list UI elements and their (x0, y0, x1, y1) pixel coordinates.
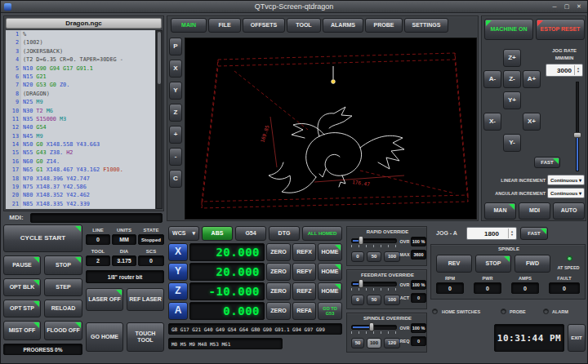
minimize-icon[interactable]: ─ (549, 2, 560, 11)
spindle-preset-100[interactable]: 100 (367, 338, 381, 348)
rapid-preset-0[interactable]: 0 (351, 251, 364, 262)
spindle-fwd-button[interactable]: FWD (514, 255, 550, 273)
tool-marker (332, 66, 336, 83)
tab-offsets[interactable]: OFFSETS (243, 18, 285, 33)
spindle-stop-button[interactable]: STOP (475, 255, 511, 273)
jog-x-minus-button[interactable]: X- (483, 113, 501, 131)
mist-button[interactable]: MIST OFF (3, 321, 41, 340)
ref-z-button[interactable]: REFZ (292, 282, 316, 300)
home-x-button[interactable]: HOME (318, 243, 342, 261)
home-y-button[interactable]: HOME (318, 263, 342, 281)
zero-a-button[interactable]: ZERO (266, 302, 291, 320)
angular-increment-select[interactable]: Continuous ▾ (547, 188, 585, 198)
jog-fast-button[interactable]: FAST (534, 157, 560, 168)
mode-mdi-button[interactable]: MDI (519, 202, 550, 220)
stop-button[interactable]: STOP (44, 255, 82, 275)
jog-rate-slider-handle[interactable] (573, 132, 581, 138)
zero-z-button[interactable]: ZERO (266, 282, 291, 300)
go-to-g53-button[interactable]: GO TO G53 (318, 302, 342, 320)
gcode-scrollbar-thumb[interactable] (158, 32, 161, 84)
close-icon[interactable]: ✕ (573, 2, 585, 11)
mode-auto-button[interactable]: AUTO (553, 202, 585, 220)
feedrate-preset-100[interactable]: 100 (384, 295, 400, 305)
rapid-override-group: RAPID OVERRIDE 0 50 100 OVR 100 % MAX 36… (346, 226, 427, 266)
tab-probe[interactable]: PROBE (365, 18, 403, 33)
touch-tool-button[interactable]: TOUCH TOOL (127, 322, 164, 352)
spindle-preset-50[interactable]: 50 (351, 338, 364, 348)
preview-canvas[interactable]: 169.85 176.47 (185, 38, 477, 220)
ref-laser-button[interactable]: REF LASER (127, 288, 164, 311)
axis-x-button[interactable]: X (168, 243, 188, 261)
tab-main[interactable]: MAIN (171, 18, 207, 33)
optional-block-button[interactable]: OPT BLK (3, 278, 41, 296)
gcode-scrollbar[interactable] (156, 30, 163, 209)
jog-y-minus-button[interactable]: Y- (503, 134, 521, 152)
active-gcodes: G8 G17 G21 G40 G49 G54 G64 G80 G90 G91.1… (168, 323, 342, 335)
ref-y-button[interactable]: REFY (292, 263, 316, 281)
dro-g54-button[interactable]: G54 (235, 226, 266, 241)
zoom-in-button[interactable]: + (169, 126, 182, 144)
axis-y-button[interactable]: Y (168, 263, 188, 281)
flood-button[interactable]: FLOOD OFF (44, 321, 82, 340)
jog-rate-slider[interactable] (573, 82, 581, 171)
rapid-override-handle[interactable] (359, 236, 363, 245)
jog-y-plus-button[interactable]: Y+ (503, 91, 521, 109)
pause-button[interactable]: PAUSE (3, 255, 41, 275)
axis-z-button[interactable]: Z (168, 282, 188, 300)
view-persp-button[interactable]: P (169, 38, 182, 55)
wcs-select[interactable]: WCS ▾ (168, 226, 199, 241)
rapid-preset-100[interactable]: 100 (384, 251, 400, 262)
feedrate-override-handle[interactable] (359, 279, 363, 288)
clear-view-button[interactable]: C (169, 170, 182, 188)
rapid-preset-50[interactable]: 50 (367, 251, 381, 262)
mode-man-button[interactable]: MAN (484, 202, 516, 220)
axis-a-button[interactable]: A (168, 302, 188, 320)
tab-tool[interactable]: TOOL (287, 18, 321, 33)
spindle-override-slider[interactable] (351, 325, 397, 330)
jog-x-plus-button[interactable]: X+ (523, 113, 541, 131)
view-x-button[interactable]: X (169, 60, 182, 78)
jog-a-plus-button[interactable]: A+ (523, 70, 541, 88)
jog-a-spinbox[interactable]: 1800 ▲ ▼ (466, 227, 517, 240)
spindle-override-handle[interactable] (369, 322, 374, 331)
machine-on-button[interactable]: MACHINE ON (484, 19, 533, 40)
view-y-button[interactable]: Y (169, 82, 182, 100)
mdi-input[interactable] (30, 213, 163, 223)
cycle-start-button[interactable]: CYCLE START (3, 224, 82, 252)
linear-increment-select[interactable]: Continuous ▾ (547, 175, 585, 185)
spindle-rev-button[interactable]: REV (436, 255, 472, 273)
feedrate-preset-0[interactable]: 0 (351, 295, 364, 305)
exit-button[interactable]: EXIT (568, 324, 586, 352)
step-button[interactable]: STEP (44, 278, 82, 296)
jog-a-fast-button[interactable]: FAST (520, 227, 548, 240)
tab-alarms[interactable]: ALARMS (323, 18, 363, 33)
jog-z-minus-button[interactable]: Z- (503, 70, 521, 88)
spindle-preset-120[interactable]: 120 (384, 338, 400, 348)
tab-settings[interactable]: SETTINGS (404, 18, 448, 33)
dro-dtg-button[interactable]: DTG (269, 226, 300, 241)
spin-down-icon[interactable]: ▼ (577, 70, 580, 73)
ref-x-button[interactable]: REFX (292, 243, 316, 261)
titlebar[interactable]: QTvcp-Screen-qtdragon ─ ▢ ✕ (1, 1, 587, 13)
gcode-line: 7 N20 G53 G0 Z0. (6, 81, 155, 89)
zero-x-button[interactable]: ZERO (266, 243, 291, 261)
zero-y-button[interactable]: ZERO (266, 263, 291, 281)
spin-down-icon[interactable]: ▼ (510, 233, 514, 237)
ref-a-button[interactable]: REFA (292, 302, 316, 320)
zoom-out-button[interactable]: - (169, 148, 182, 166)
go-home-button[interactable]: GO HOME (86, 322, 123, 352)
laser-button[interactable]: LASER OFF (86, 288, 123, 311)
jog-z-plus-button[interactable]: Z+ (503, 49, 521, 67)
home-z-button[interactable]: HOME (318, 282, 342, 300)
view-z-button[interactable]: Z (169, 104, 182, 122)
estop-reset-button[interactable]: ESTOP RESET (536, 19, 585, 40)
reload-button[interactable]: RELOAD (44, 300, 82, 317)
jog-rate-spinbox[interactable]: 3000 ▲ ▼ (546, 64, 583, 77)
jog-a-minus-button[interactable]: A- (483, 70, 501, 88)
feedrate-preset-50[interactable]: 50 (367, 295, 381, 305)
maximize-icon[interactable]: ▢ (561, 2, 572, 11)
dro-abs-button[interactable]: ABS (202, 226, 233, 241)
tab-file[interactable]: FILE (208, 18, 241, 33)
gcode-editor[interactable]: 1 % 2 (1002) 3 (JOKERSBACK) 4 (T2 D=6.35… (6, 30, 155, 209)
optional-stop-button[interactable]: OPT STP (3, 300, 41, 317)
